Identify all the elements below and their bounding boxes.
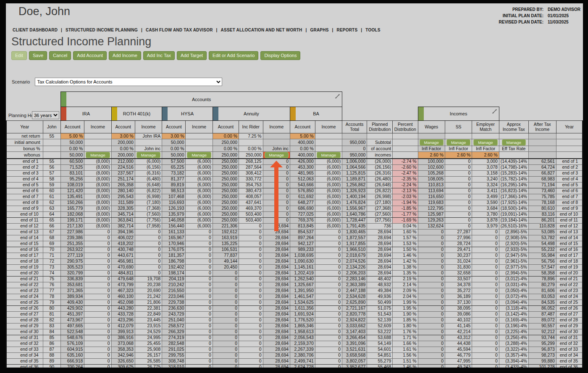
- cell-after_tax_income: 84,535: [528, 300, 556, 305]
- cell-john: [43, 146, 60, 152]
- cell-employer_match: 0: [472, 235, 499, 241]
- cell-year_left: end of 1: [6, 159, 43, 164]
- cell-year_right: [556, 152, 583, 159]
- table-row: end of 1165199,171(8,000)363,841(7,756)1…: [6, 217, 583, 223]
- cell-accounts_total: 3,658,568: [342, 352, 367, 358]
- cell-ss: 38,095: [445, 305, 472, 311]
- cell-john: 84: [43, 329, 60, 335]
- collapse-icon[interactable]: [335, 94, 340, 100]
- button-edit-or-add-scenario[interactable]: Edit or Add Scenario: [209, 51, 258, 60]
- manage-button[interactable]: Manage: [317, 152, 341, 158]
- nav-item-reports[interactable]: REPORTS: [337, 28, 358, 32]
- nav-item-structured-income-planning[interactable]: STRUCTURED INCOME PLANNING: [66, 28, 138, 32]
- nav-item-graphs[interactable]: GRAPHS: [310, 28, 329, 32]
- cell-after_tax_income: 93,744: [528, 335, 556, 341]
- cell-percent_distribution: 1.80 %: [393, 323, 418, 329]
- cell-accounts_total: 1,064,566: [342, 164, 367, 170]
- button-edit[interactable]: Edit: [11, 51, 27, 60]
- nav-item-client-dashboard[interactable]: CLIENT DASHBOARD: [13, 28, 58, 32]
- cell-hysa_account: 251,040: [162, 317, 186, 323]
- cell-employer_match: 0: [472, 352, 499, 358]
- cell-employer_match: 3,411: [472, 188, 499, 194]
- manage-button-highlighted[interactable]: Manage: [265, 152, 289, 158]
- button-add-income[interactable]: Add Income: [109, 51, 141, 60]
- cell-accounts_total: 2,625,890: [342, 300, 367, 305]
- manage-button[interactable]: Manage: [136, 152, 160, 158]
- group-label-accounts: Accounts: [192, 97, 211, 102]
- cell-approx_income_tax: (2,961)-5%: [499, 258, 528, 264]
- manage-button[interactable]: Manage: [446, 139, 470, 146]
- cell-ba_income: 0: [315, 270, 342, 276]
- cell-planned_distribution: 28,694: [367, 258, 393, 264]
- button-cancel[interactable]: Cancel: [49, 51, 71, 60]
- cell-percent_distribution: 1.51 %: [393, 358, 418, 364]
- nav-item-cash-flow-and-tax-advisor[interactable]: CASH FLOW AND TAX ADVISOR: [146, 28, 213, 32]
- cell-accounts_total: 1,791,435: [342, 223, 367, 229]
- collapse-icon[interactable]: [492, 109, 497, 115]
- button-add-inc-tax[interactable]: Add Inc Tax: [143, 51, 175, 60]
- cell-ira_account: 227,986: [61, 229, 84, 235]
- nav-item-asset-allocation-and-net-worth[interactable]: ASSET ALLOCATION AND NET WORTH: [221, 28, 302, 32]
- cell-ba_income: 0: [315, 241, 342, 247]
- button-add-account[interactable]: Add Account: [73, 51, 107, 60]
- cell-percent_distribution: 1.38 %: [393, 264, 418, 270]
- manage-button[interactable]: Manage: [86, 152, 110, 158]
- cell-ira_account: 199,171: [61, 217, 84, 223]
- cell-wages: 0: [418, 253, 445, 258]
- cell-ss: 31,024: [445, 258, 472, 264]
- cell-approx_income_tax: (14,798)-14%: [499, 164, 528, 170]
- cell-john: 79: [43, 300, 60, 305]
- cell-roth_account: 295,543: [111, 194, 135, 200]
- nav-separator: |: [216, 28, 218, 32]
- cell-year_left: end of 13: [6, 229, 43, 235]
- cell-ba_income: 0: [315, 253, 342, 258]
- annotation-arrow: [270, 161, 283, 231]
- cell-planned_distribution: 28,694: [367, 264, 393, 270]
- cell-annuity_inc_rider: 0: [239, 305, 263, 311]
- cell-annuity_inc_rider: 0: [239, 288, 263, 294]
- nav-item-tools[interactable]: TOOLS: [365, 28, 380, 32]
- cell-approx_income_tax: Manage: [499, 139, 528, 146]
- button-display-options[interactable]: Display Options: [260, 51, 300, 60]
- button-save[interactable]: Save: [29, 51, 47, 60]
- cell-year_right: end of 26: [556, 305, 583, 311]
- cell-employer_match: 0: [472, 264, 499, 270]
- cell-planned_distribution: 54,601: [367, 347, 393, 352]
- table-row: end of 3286576,1090373,06825,455282,5480…: [6, 341, 583, 347]
- initial-plan-date-label: INITIAL PLAN DATE:: [499, 13, 544, 18]
- cell-approx_income_tax: (14,439)-14%: [499, 159, 528, 164]
- cell-year_right: end of 2: [556, 164, 583, 170]
- manage-button[interactable]: Manage: [420, 139, 444, 146]
- cell-year_right: end of 5: [556, 182, 583, 188]
- manage-button[interactable]: Manage: [502, 139, 526, 146]
- manage-button[interactable]: Manage: [473, 139, 497, 146]
- cell-year_right: end of 29: [556, 323, 583, 329]
- cell-wages: 125,987: [418, 211, 445, 217]
- cell-hysa_income: [186, 139, 213, 146]
- cell-roth_account: 412,079: [111, 323, 135, 329]
- table-row: end of 1569251,3550418,2020170,9460135,2…: [6, 241, 583, 247]
- cell-hysa_income: (6,000): [186, 194, 213, 200]
- cell-year_left: end of 12: [6, 223, 43, 229]
- cell-accounts_total: 1,830,465: [342, 229, 367, 235]
- cell-approx_income_tax: (3,322)-4%: [499, 347, 528, 352]
- cell-annuity_inc_rider: 0: [239, 282, 263, 288]
- cell-employer_match: 0: [472, 358, 499, 364]
- table-row: end of 2680429,9020443,28022,381236,6300…: [6, 305, 583, 311]
- table-row: end of 862150,266(8,000)311,589(7,180)11…: [6, 200, 583, 206]
- cell-hysa_account: 204,119: [162, 276, 186, 282]
- button-add-target[interactable]: Add Target: [177, 51, 207, 60]
- group-header-ira: IRA: [61, 107, 112, 121]
- cell-year_left: end of 21: [6, 276, 43, 282]
- cell-roth_account: 423,296: [111, 317, 135, 323]
- cell-employer_match: [472, 133, 499, 139]
- col-header-ira_account: Account: [61, 121, 84, 133]
- planning-horizon-select[interactable]: 36 years: [32, 111, 59, 119]
- cell-planned_distribution: (27,560): [367, 211, 393, 217]
- scenario-select[interactable]: Tax Calculation Options for Accounts: [35, 78, 222, 86]
- cell-planned_distribution: 28,694: [367, 270, 393, 276]
- cell-annuity_income: 28,694: [263, 270, 290, 276]
- annotation-arrow-head: [270, 161, 283, 167]
- manage-button[interactable]: Manage: [187, 152, 211, 158]
- cell-ba_account: 5.00 %: [290, 133, 315, 139]
